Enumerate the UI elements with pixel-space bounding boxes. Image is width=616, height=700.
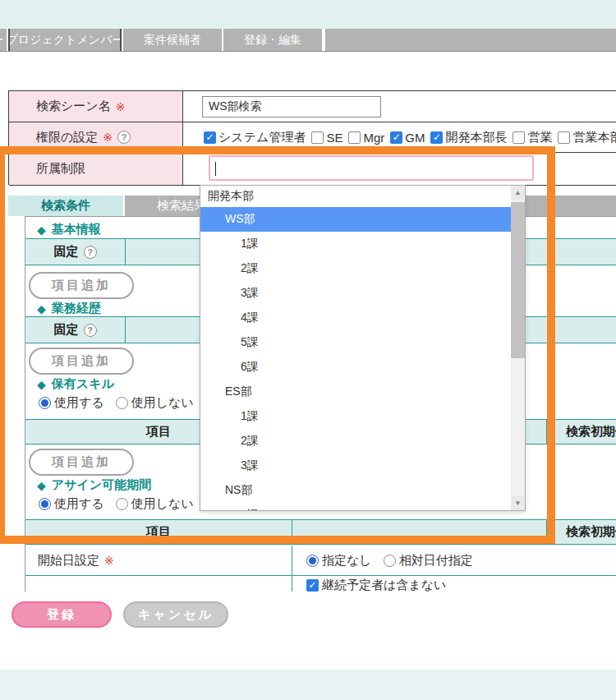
skills-col-initial: 検索初期値	[547, 420, 616, 444]
checkbox-icon	[558, 131, 570, 144]
dropdown-option[interactable]: 4課	[200, 306, 513, 330]
exclude-continuing-row: 継続予定者は含まない	[25, 576, 616, 592]
checkbox-se[interactable]: SE	[311, 131, 342, 145]
checkbox-icon	[390, 131, 402, 144]
basic-add-item-button[interactable]: 項目追加	[29, 272, 134, 299]
start-date-row: 開始日設定 ※ 指定なし 相対日付指定	[25, 546, 616, 576]
checkbox-dev-director[interactable]: 開発本部長	[430, 130, 507, 145]
dropdown-option[interactable]: 1課	[200, 404, 513, 429]
affiliation-value-cell	[183, 153, 616, 185]
required-mark: ※	[116, 100, 126, 113]
section-assignable-period: ◆ アサイン可能期間	[37, 477, 151, 493]
checkbox-icon	[311, 131, 324, 144]
bottom-background-band	[0, 670, 616, 700]
assign-use-radio-group: 使用する 使用しない	[39, 496, 194, 512]
scene-name-label: 検索シーン名 ※	[9, 91, 183, 122]
permission-value-cell: システム管理者 SE Mgr GM 開発本部長 営業 営業本部長 書記	[183, 122, 616, 152]
scene-name-value-cell	[183, 91, 616, 122]
search-scene-form: 検索シーン名 ※ 権限の設定 ※ ? システム管理者 SE Mgr GM 開発本…	[8, 90, 616, 185]
permission-label: 権限の設定 ※ ?	[9, 122, 183, 152]
assign-col-blank	[292, 520, 547, 544]
required-mark: ※	[103, 131, 113, 144]
checkbox-icon	[513, 131, 525, 144]
radio-not-use-icon[interactable]	[116, 498, 128, 510]
diamond-icon: ◆	[37, 479, 46, 492]
checkbox-sales-director[interactable]: 営業本部長	[558, 130, 616, 145]
dropdown-option-selected[interactable]: WS部	[200, 207, 513, 232]
help-icon[interactable]: ?	[117, 131, 131, 144]
dropdown-option[interactable]: 開発本部	[200, 186, 513, 207]
scene-name-row: 検索シーン名 ※	[9, 91, 616, 122]
tab-fragment[interactable]: ー	[0, 29, 7, 51]
start-date-label: 開始日設定 ※	[25, 546, 292, 575]
top-background-band	[0, 0, 616, 29]
cancel-button[interactable]: キャンセル	[123, 601, 228, 628]
dropdown-option[interactable]: 2課	[200, 256, 513, 281]
dropdown-option[interactable]: NS部	[200, 478, 513, 503]
assign-col-initial: 検索初期値	[547, 520, 616, 544]
dropdown-option[interactable]: 1課	[200, 503, 513, 511]
text-caret	[215, 162, 216, 176]
help-icon[interactable]: ?	[84, 324, 97, 337]
permission-row: 権限の設定 ※ ? システム管理者 SE Mgr GM 開発本部長 営業 営業本…	[9, 122, 616, 153]
main-tab-strip: ー プロジェクトメンバー 案件候補者 登録・編集	[0, 29, 616, 52]
career-add-item-button[interactable]: 項目追加	[29, 348, 134, 375]
required-mark: ※	[104, 554, 114, 567]
checkbox-gm[interactable]: GM	[390, 131, 425, 145]
dropdown-option[interactable]: 3課	[200, 281, 513, 306]
basic-fixed-cell: 固定 ?	[25, 239, 126, 265]
checkbox-icon[interactable]	[306, 579, 319, 592]
assign-table-header: 項目 検索初期値	[25, 519, 616, 545]
section-basic-info: ◆ 基本情報	[37, 222, 101, 237]
tab-search-conditions[interactable]: 検索条件	[8, 196, 123, 216]
section-skills: ◆ 保有スキル	[37, 376, 114, 392]
dropdown-option[interactable]: ES部	[200, 380, 513, 404]
diamond-icon: ◆	[37, 223, 46, 237]
checkbox-icon	[348, 131, 361, 144]
help-icon[interactable]: ?	[84, 246, 97, 259]
register-button[interactable]: 登録	[11, 601, 112, 628]
section-work-history: ◆ 業務経歴	[37, 301, 101, 316]
scrollbar-thumb[interactable]	[511, 202, 525, 358]
skills-use-radio-group: 使用する 使用しない	[39, 395, 194, 411]
tab-register-edit[interactable]: 登録・編集	[223, 29, 322, 51]
radio-relative-date-icon[interactable]	[384, 555, 396, 567]
checkbox-mgr[interactable]: Mgr	[348, 131, 384, 145]
affiliation-label: 所属制限	[9, 153, 183, 185]
dropdown-option[interactable]: 5課	[200, 330, 513, 355]
dropdown-option[interactable]: 1課	[200, 232, 513, 256]
dropdown-scrollbar[interactable]: ▲ ▼	[511, 186, 525, 510]
dropdown-option[interactable]: 6課	[200, 355, 513, 380]
scroll-up-icon[interactable]: ▲	[511, 186, 525, 200]
affiliation-row: 所属制限	[9, 153, 616, 186]
checkbox-icon	[204, 131, 216, 144]
assign-col-item: 項目	[25, 520, 292, 544]
start-date-options: 指定なし 相対日付指定	[292, 546, 616, 575]
radio-no-spec-icon[interactable]	[306, 555, 319, 567]
diamond-icon: ◆	[37, 378, 46, 391]
scroll-down-icon[interactable]: ▼	[511, 496, 525, 510]
dropdown-option[interactable]: 3課	[200, 454, 513, 478]
skills-add-item-button[interactable]: 項目追加	[29, 449, 134, 476]
tab-candidates[interactable]: 案件候補者	[123, 29, 222, 51]
career-fixed-cell: 固定 ?	[25, 317, 126, 343]
tab-project-members[interactable]: プロジェクトメンバー	[8, 29, 122, 51]
permission-checkbox-group: システム管理者 SE Mgr GM 開発本部長 営業 営業本部長 書記	[204, 130, 616, 145]
radio-use-icon[interactable]	[39, 498, 51, 510]
dropdown-option[interactable]: 2課	[200, 429, 513, 454]
checkbox-system-admin[interactable]: システム管理者	[204, 130, 306, 145]
radio-not-use-icon[interactable]	[116, 397, 128, 409]
affiliation-dropdown-list: 開発本部 WS部 1課 2課 3課 4課 5課 6課 ES部 1課 2課 3課 …	[200, 186, 513, 511]
tab-strip-filler	[325, 29, 616, 51]
diamond-icon: ◆	[37, 302, 46, 315]
checkbox-sales[interactable]: 営業	[513, 130, 552, 145]
checkbox-icon	[430, 131, 443, 144]
affiliation-input[interactable]	[209, 155, 534, 181]
radio-use-icon[interactable]	[39, 397, 51, 409]
page: ー プロジェクトメンバー 案件候補者 登録・編集 検索シーン名 ※ 権限の設定 …	[0, 0, 616, 700]
affiliation-dropdown: 開発本部 WS部 1課 2課 3課 4課 5課 6課 ES部 1課 2課 3課 …	[200, 185, 526, 511]
scene-name-input[interactable]	[202, 96, 381, 117]
exclude-continuing-option: 継続予定者は含まない	[292, 576, 616, 592]
